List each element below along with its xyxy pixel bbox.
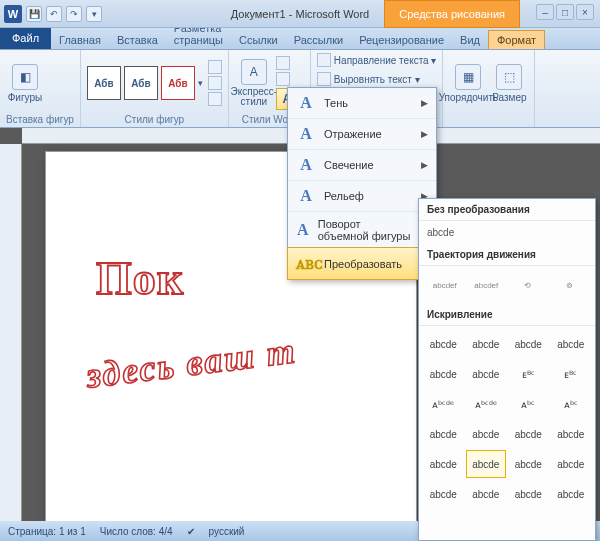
quick-styles-icon: A	[241, 59, 267, 85]
menu-glow[interactable]: AСвечение▶	[288, 149, 436, 180]
warp-grid: abcde abcde abcde abcde abcde abcde ᴇᴮᶜ …	[419, 326, 595, 512]
align-text-icon	[317, 72, 331, 86]
bevel-icon: A	[296, 187, 316, 205]
reflection-icon: A	[296, 125, 316, 143]
wordart-text-1[interactable]: Пок	[96, 252, 184, 305]
warp-option[interactable]: abcde	[423, 450, 464, 478]
group-label: Стили фигур	[87, 114, 222, 127]
qat-save-icon[interactable]: 💾	[26, 6, 42, 22]
contextual-tab-header: Средства рисования	[384, 0, 520, 28]
gallery-header-no-transform: Без преобразования	[419, 199, 595, 221]
warp-option[interactable]: abcde	[508, 480, 549, 508]
menu-shadow[interactable]: AТень▶	[288, 88, 436, 118]
warp-option[interactable]: abcde	[466, 360, 507, 388]
qat-undo-icon[interactable]: ↶	[46, 6, 62, 22]
size-button[interactable]: ⬚ Размер	[490, 57, 528, 109]
warp-option[interactable]: abcde	[551, 420, 592, 448]
menu-bevel[interactable]: AРельеф▶	[288, 180, 436, 211]
shadow-icon: A	[296, 94, 316, 112]
arrange-button[interactable]: ▦ Упорядочить	[449, 57, 487, 109]
qat-customize-icon[interactable]: ▾	[86, 6, 102, 22]
tab-view[interactable]: Вид	[452, 31, 488, 49]
status-page[interactable]: Страница: 1 из 1	[8, 526, 86, 537]
menu-3d-rotation[interactable]: AПоворот объемной фигуры▶	[288, 211, 436, 248]
close-button[interactable]: ×	[576, 4, 594, 20]
shapes-button[interactable]: ◧ Фигуры	[6, 57, 44, 109]
text-outline-icon[interactable]	[276, 72, 290, 86]
path-arch-up[interactable]: abcdef	[427, 270, 463, 300]
submenu-arrow-icon: ▶	[421, 129, 428, 139]
no-transform-option[interactable]: abcde	[419, 221, 595, 244]
path-arch-down[interactable]: abcdef	[469, 270, 505, 300]
tab-insert[interactable]: Вставка	[109, 31, 166, 49]
tab-file[interactable]: Файл	[0, 27, 51, 49]
shape-effects-icon[interactable]	[208, 92, 222, 106]
warp-option-selected[interactable]: abcde	[466, 450, 507, 478]
text-effects-menu: AТень▶ AОтражение▶ AСвечение▶ AРельеф▶ A…	[287, 87, 437, 280]
maximize-button[interactable]: □	[556, 4, 574, 20]
warp-option[interactable]: abcde	[423, 480, 464, 508]
warp-option[interactable]: ᴇᴮᶜ	[551, 360, 592, 388]
warp-option[interactable]: abcde	[466, 330, 507, 358]
tab-review[interactable]: Рецензирование	[351, 31, 452, 49]
text-fill-icon[interactable]	[276, 56, 290, 70]
shape-fill-icon[interactable]	[208, 60, 222, 74]
menu-transform[interactable]: ᴀʙᴄПреобразовать▶	[287, 247, 437, 280]
wordart-text-2[interactable]: здесь ваш т	[84, 329, 299, 396]
warp-option[interactable]: abcde	[423, 330, 464, 358]
tab-mailings[interactable]: Рассылки	[286, 31, 351, 49]
path-button[interactable]: ⊚	[552, 270, 588, 300]
warp-option[interactable]: abcde	[423, 420, 464, 448]
quick-access-toolbar: W 💾 ↶ ↷ ▾	[0, 5, 102, 23]
tab-format[interactable]: Формат	[488, 30, 545, 49]
tab-home[interactable]: Главная	[51, 31, 109, 49]
warp-option[interactable]: ᴀᵇᶜᵈᵉ	[466, 390, 507, 418]
submenu-arrow-icon: ▶	[421, 98, 428, 108]
qat-redo-icon[interactable]: ↷	[66, 6, 82, 22]
style-preset-2[interactable]: Абв	[124, 66, 158, 100]
ribbon-tabs: Файл Главная Вставка Разметка страницы С…	[0, 28, 600, 50]
style-preset-1[interactable]: Абв	[87, 66, 121, 100]
warp-option[interactable]: abcde	[508, 450, 549, 478]
submenu-arrow-icon: ▶	[421, 160, 428, 170]
arrange-group: ▦ Упорядочить ⬚ Размер	[443, 50, 535, 127]
align-text-button[interactable]: Выровнять текст ▾	[317, 71, 420, 87]
title-bar: W 💾 ↶ ↷ ▾ Документ1 - Microsoft Word Сре…	[0, 0, 600, 28]
warp-option[interactable]: abcde	[466, 420, 507, 448]
gallery-header-follow-path: Траектория движения	[419, 244, 595, 266]
status-language[interactable]: русский	[209, 526, 245, 537]
minimize-button[interactable]: –	[536, 4, 554, 20]
glow-icon: A	[296, 156, 316, 174]
warp-option[interactable]: abcde	[466, 480, 507, 508]
warp-option[interactable]: abcde	[423, 360, 464, 388]
transform-gallery: Без преобразования abcde Траектория движ…	[418, 198, 596, 541]
path-circle[interactable]: ⟲	[510, 270, 546, 300]
text-direction-button[interactable]: Направление текста ▾	[317, 52, 437, 68]
tab-references[interactable]: Ссылки	[231, 31, 286, 49]
style-gallery-more-icon[interactable]: ▾	[198, 78, 203, 88]
status-proofing-icon[interactable]: ✔	[187, 526, 195, 537]
group-label: Вставка фигур	[6, 114, 74, 127]
warp-option[interactable]: ᴀᵇᶜᵈᵉ	[423, 390, 464, 418]
shape-styles-group: Абв Абв Абв ▾ Стили фигур	[81, 50, 229, 127]
warp-option[interactable]: abcde	[551, 480, 592, 508]
status-word-count[interactable]: Число слов: 4/4	[100, 526, 173, 537]
warp-option[interactable]: abcde	[551, 450, 592, 478]
shape-outline-icon[interactable]	[208, 76, 222, 90]
shapes-icon: ◧	[12, 64, 38, 90]
window-title: Документ1 - Microsoft Word	[231, 8, 369, 20]
warp-option[interactable]: ᴀᵇᶜ	[508, 390, 549, 418]
insert-shapes-group: ◧ Фигуры Вставка фигур	[0, 50, 81, 127]
warp-option[interactable]: ᴀᵇᶜ	[551, 390, 592, 418]
warp-option[interactable]: abcde	[508, 330, 549, 358]
quick-styles-button[interactable]: A Экспресс- стили	[235, 57, 273, 109]
vertical-ruler[interactable]	[0, 144, 22, 521]
transform-icon: ᴀʙᴄ	[296, 254, 316, 273]
warp-option[interactable]: abcde	[551, 330, 592, 358]
word-app-icon[interactable]: W	[4, 5, 22, 23]
warp-option[interactable]: ᴇᴮᶜ	[508, 360, 549, 388]
size-icon: ⬚	[496, 64, 522, 90]
warp-option[interactable]: abcde	[508, 420, 549, 448]
menu-reflection[interactable]: AОтражение▶	[288, 118, 436, 149]
style-preset-3[interactable]: Абв	[161, 66, 195, 100]
